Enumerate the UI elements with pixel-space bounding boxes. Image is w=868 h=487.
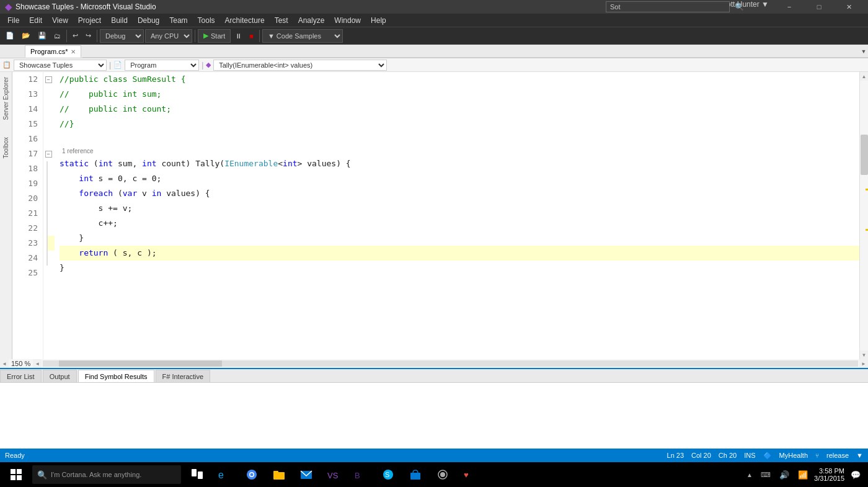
menu-tools[interactable]: Tools xyxy=(193,14,220,27)
branch-dropdown[interactable]: ▼ xyxy=(856,452,863,459)
menu-help[interactable]: Help xyxy=(366,14,391,27)
skype-icon[interactable]: S xyxy=(377,463,399,486)
stop-button[interactable]: ■ xyxy=(246,29,257,43)
code-line-21: c++; xyxy=(60,216,859,231)
code-line-25 xyxy=(60,275,859,290)
branch-icon: ⑂ xyxy=(815,452,819,459)
zoom-label: 150 % xyxy=(9,360,33,367)
code-samples-select[interactable]: ▼ Code Samples xyxy=(262,29,343,43)
scroll-right-left[interactable]: ◄ xyxy=(33,359,42,368)
bottom-content xyxy=(0,383,868,450)
collapse-line12[interactable]: − xyxy=(45,76,52,83)
scroll-thumb[interactable] xyxy=(861,135,868,175)
file-select[interactable]: Program xyxy=(125,60,199,71)
chrome-icon[interactable] xyxy=(241,463,263,486)
date-label: 3/31/2015 xyxy=(814,475,844,482)
redo-button[interactable]: ↪ xyxy=(82,29,94,43)
menu-team[interactable]: Team xyxy=(164,14,192,27)
title-bar-left: ◆ Showcase Tuples - Microsoft Visual Stu… xyxy=(5,2,156,12)
scroll-marker-1 xyxy=(866,189,868,190)
nav-icon: 📋 xyxy=(2,61,11,69)
save-button[interactable]: 💾 xyxy=(35,29,50,43)
editor-container[interactable]: 12 13 14 15 16 17 18 19 20 21 22 23 24 2… xyxy=(12,72,868,359)
tab-label: Program.cs* xyxy=(30,48,68,55)
collapse-line17[interactable]: − xyxy=(45,151,52,158)
menu-project[interactable]: Project xyxy=(73,14,106,27)
health-app-icon[interactable]: ♥ xyxy=(459,463,481,486)
close-button[interactable]: ✕ xyxy=(835,0,863,14)
code-area[interactable]: //public class SumResult { // public int… xyxy=(55,72,859,359)
file-explorer-icon[interactable] xyxy=(268,463,290,486)
pause-button[interactable]: ⏸ xyxy=(232,29,245,43)
notification-icon[interactable]: 💬 xyxy=(848,463,863,486)
menu-view[interactable]: View xyxy=(47,14,73,27)
tab-close-button[interactable]: ✕ xyxy=(71,48,76,55)
scroll-track[interactable] xyxy=(43,360,858,367)
scroll-left-button[interactable]: ◄ xyxy=(0,359,9,368)
member-select[interactable]: Tally(IEnumerable<int> values) xyxy=(213,60,387,71)
start-menu-button[interactable] xyxy=(5,463,27,486)
menu-window[interactable]: Window xyxy=(329,14,366,27)
svg-text:B: B xyxy=(355,471,360,480)
code-line-16 xyxy=(60,132,859,146)
vs-code-icon[interactable]: VS xyxy=(322,463,345,486)
menu-debug[interactable]: Debug xyxy=(133,14,164,27)
minimize-button[interactable]: − xyxy=(775,0,804,14)
new-project-button[interactable]: 📄 xyxy=(2,29,17,43)
open-button[interactable]: 📂 xyxy=(19,29,33,43)
code-line-14: // public int count; xyxy=(60,102,859,117)
tab-output[interactable]: Output xyxy=(43,370,77,382)
code-line-13: // public int sum; xyxy=(60,87,859,102)
menu-build[interactable]: Build xyxy=(106,14,133,27)
sidebar-toolbox[interactable]: Toolbox xyxy=(1,135,11,161)
menu-file[interactable]: File xyxy=(2,14,24,27)
scroll-up-button[interactable]: ▲ xyxy=(860,72,868,81)
tab-error-list[interactable]: Error List xyxy=(0,370,42,382)
search-icon: 🔍 xyxy=(735,2,744,11)
menu-bar: File Edit View Project Build Debug Team … xyxy=(0,14,868,27)
vs-blend-icon[interactable]: B xyxy=(350,463,372,486)
save-all-button[interactable]: 🗂 xyxy=(51,29,64,43)
tab-dropdown-button[interactable]: ▼ xyxy=(859,45,868,58)
scroll-down-button[interactable]: ▼ xyxy=(860,351,868,359)
ln-status: Ln 23 xyxy=(667,452,684,459)
cortana-search[interactable]: 🔍 I'm Cortana. Ask me anything. xyxy=(32,465,181,484)
horizontal-scrollbar[interactable]: ◄ 150 % ◄ ► xyxy=(0,359,868,368)
undo-button[interactable]: ↩ xyxy=(69,29,81,43)
branch-status: release xyxy=(826,452,849,459)
search-icon: 🔍 xyxy=(37,470,47,480)
keyboard-icon[interactable]: ⌨ xyxy=(758,463,773,486)
sidebar-server-explorer[interactable]: Server Explorer xyxy=(1,74,11,122)
menu-analyze[interactable]: Analyze xyxy=(293,14,330,27)
menu-edit[interactable]: Edit xyxy=(24,14,47,27)
speaker-icon[interactable]: 🔊 xyxy=(777,463,792,486)
svg-point-9 xyxy=(250,473,254,476)
quick-launch-input[interactable] xyxy=(606,1,730,12)
edge-icon[interactable]: e xyxy=(213,463,236,486)
right-scrollbar[interactable]: ▲ ▼ xyxy=(859,72,868,359)
cortana2-icon[interactable] xyxy=(432,463,454,486)
svg-rect-0 xyxy=(11,469,16,474)
maximize-button[interactable]: □ xyxy=(805,0,833,14)
svg-rect-17 xyxy=(410,473,420,480)
platform-select[interactable]: Any CPU x86 x64 xyxy=(145,29,192,43)
clock-display[interactable]: 3:58 PM 3/31/2015 xyxy=(814,467,844,482)
menu-architecture[interactable]: Architecture xyxy=(220,14,270,27)
line-numbers: 12 13 14 15 16 17 18 19 20 21 22 23 24 2… xyxy=(12,72,43,359)
show-hidden-icons-button[interactable]: ▲ xyxy=(745,465,755,484)
tab-fsharp-interactive[interactable]: F# Interactive xyxy=(156,370,211,382)
ch-status: Ch 20 xyxy=(719,452,737,459)
tab-program-cs[interactable]: Program.cs* ✕ xyxy=(25,45,81,58)
store-icon[interactable] xyxy=(404,463,427,486)
task-view-button[interactable] xyxy=(186,463,208,486)
mail-icon[interactable] xyxy=(295,463,317,486)
menu-test[interactable]: Test xyxy=(270,14,293,27)
scroll-thumb-horiz[interactable] xyxy=(59,360,222,367)
code-line-20: s += v; xyxy=(60,201,859,216)
network-icon[interactable]: 📶 xyxy=(795,463,810,486)
project-select[interactable]: Showcase Tuples xyxy=(14,60,107,71)
scroll-right-button[interactable]: ► xyxy=(859,359,868,368)
debug-mode-select[interactable]: Debug Release xyxy=(100,29,144,43)
tab-find-symbol-results[interactable]: Find Symbol Results xyxy=(78,370,154,382)
start-button[interactable]: ▶ Start xyxy=(198,29,231,43)
